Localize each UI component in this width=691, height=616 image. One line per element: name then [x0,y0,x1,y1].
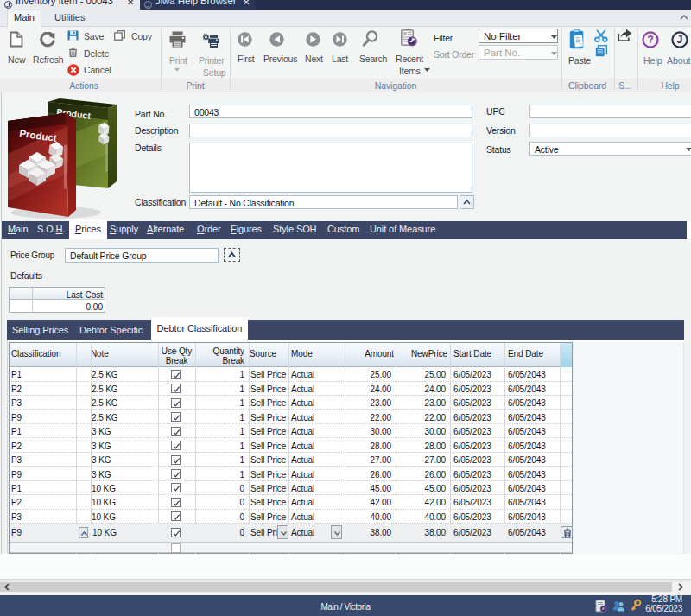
svg-text:J: J [677,34,683,46]
svg-text:?: ? [647,34,654,46]
